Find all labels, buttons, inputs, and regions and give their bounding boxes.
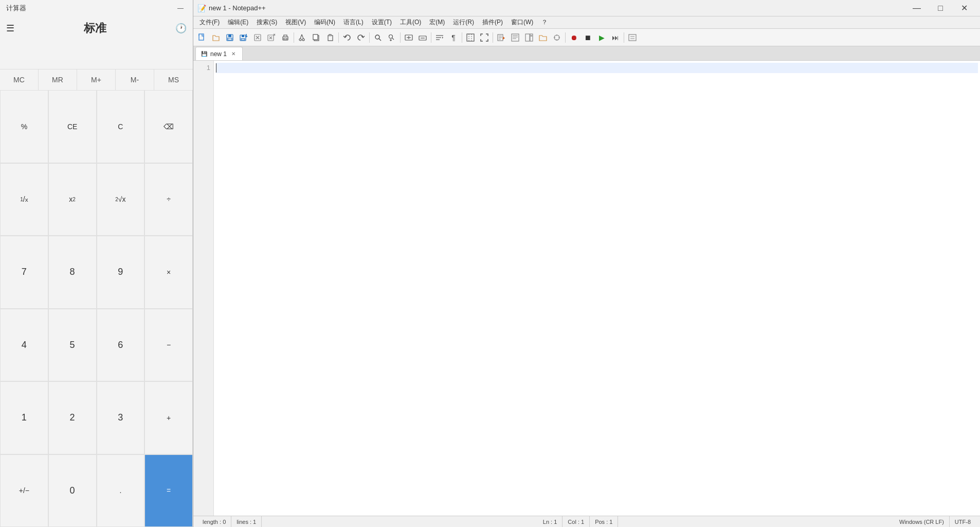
calc-sqrt-button[interactable]: 2√x	[97, 163, 145, 236]
calc-mr-button[interactable]: MR	[39, 69, 77, 90]
npp-status-pos: Pos : 1	[590, 516, 618, 527]
calc-3-button[interactable]: 3	[97, 381, 145, 454]
toolbar-folder-mark-button[interactable]	[536, 31, 550, 44]
npp-editor-content[interactable]	[214, 61, 980, 516]
svg-rect-57	[530, 35, 533, 37]
calc-mc-button[interactable]: MC	[0, 69, 39, 90]
calc-c-button[interactable]: C	[97, 90, 145, 163]
menu-help[interactable]: ？	[537, 16, 552, 28]
toolbar-zoom-out-button[interactable]	[416, 31, 429, 44]
svg-marker-50	[503, 37, 505, 40]
toolbar-save-all-button[interactable]	[237, 31, 250, 44]
calc-4-button[interactable]: 4	[0, 309, 48, 382]
calc-title: 计算器	[6, 4, 26, 13]
calc-6-button[interactable]: 6	[97, 309, 145, 382]
toolbar-save-button[interactable]	[223, 31, 237, 44]
npp-close-button[interactable]: ✕	[952, 0, 976, 16]
toolbar-find-button[interactable]	[371, 31, 385, 44]
calc-7-button[interactable]: 7	[0, 236, 48, 309]
calc-8-button[interactable]: 8	[48, 236, 97, 309]
toolbar-separator-1	[294, 32, 294, 43]
calc-reciprocal-button[interactable]: 1/x	[0, 163, 48, 236]
toolbar-wordwrap-button[interactable]	[433, 31, 446, 44]
calc-9-button[interactable]: 9	[97, 236, 145, 309]
menu-plugins[interactable]: 插件(P)	[478, 16, 507, 28]
menu-encode[interactable]: 编码(N)	[310, 16, 339, 28]
calc-mplus-button[interactable]: M+	[77, 69, 116, 90]
npp-status-encoding: UTF-8	[950, 516, 976, 527]
npp-tab-save-icon: 💾	[201, 51, 207, 57]
toolbar-cut-button[interactable]	[296, 31, 309, 44]
calc-ce-button[interactable]: CE	[48, 90, 97, 163]
toolbar-separator-2	[338, 32, 339, 43]
toolbar-stop-record-button[interactable]: ⏹	[581, 31, 594, 44]
calc-1-button[interactable]: 1	[0, 381, 48, 454]
npp-tab-close-button[interactable]: ✕	[230, 50, 237, 57]
npp-maximize-button[interactable]: □	[929, 0, 952, 16]
toolbar-separator-4	[400, 32, 401, 43]
toolbar-plugin-admin-button[interactable]	[550, 31, 564, 44]
toolbar-zoom-in-button[interactable]	[402, 31, 415, 44]
toolbar-allchars-button[interactable]: ¶	[447, 31, 460, 44]
calc-mminus-button[interactable]: M-	[116, 69, 154, 90]
calc-titlebar: 计算器 —	[0, 0, 193, 16]
npp-tabs: 💾 new 1 ✕	[193, 46, 980, 61]
toolbar-close-all-button[interactable]	[265, 31, 278, 44]
calc-menu-icon[interactable]: ☰	[6, 23, 14, 34]
toolbar-open-button[interactable]	[209, 31, 223, 44]
toolbar-run-macro-button[interactable]: ⏭	[609, 31, 622, 44]
toolbar-new-button[interactable]	[195, 31, 209, 44]
toolbar-paste-button[interactable]	[323, 31, 337, 44]
calc-ms-button[interactable]: MS	[154, 69, 193, 90]
menu-language[interactable]: 语言(L)	[339, 16, 368, 28]
toolbar-close-button[interactable]	[251, 31, 264, 44]
menu-tools[interactable]: 工具(O)	[396, 16, 425, 28]
calc-plus-button[interactable]: +	[144, 381, 193, 454]
toolbar-fullscreen-button[interactable]	[478, 31, 491, 44]
calc-negate-button[interactable]: +/−	[0, 454, 48, 528]
menu-edit[interactable]: 编辑(E)	[224, 16, 252, 28]
svg-point-29	[375, 35, 379, 39]
npp-minimize-button[interactable]: —	[905, 0, 929, 16]
menu-search[interactable]: 搜索(S)	[252, 16, 281, 28]
calc-divide-button[interactable]: ÷	[144, 163, 193, 236]
toolbar-play-macro-button[interactable]: ▶	[595, 31, 608, 44]
toolbar-function-list-button[interactable]	[509, 31, 522, 44]
calc-5-button[interactable]: 5	[48, 309, 97, 382]
calc-history-icon[interactable]: 🕐	[175, 23, 187, 34]
npp-tab-new1[interactable]: 💾 new 1 ✕	[195, 47, 243, 60]
calc-percent-button[interactable]: %	[0, 90, 48, 163]
calc-0-button[interactable]: 0	[48, 454, 97, 528]
calc-decimal-button[interactable]: .	[97, 454, 145, 528]
calc-minimize-button[interactable]: —	[174, 2, 187, 14]
toolbar-record-macro-button[interactable]: ⏺	[567, 31, 580, 44]
toolbar-indent-button[interactable]	[464, 31, 477, 44]
npp-status-col: Col : 1	[562, 516, 590, 527]
toolbar-post-button[interactable]	[495, 31, 508, 44]
calc-multiply-button[interactable]: ×	[144, 236, 193, 309]
svg-line-23	[300, 34, 302, 39]
toolbar-separator-5	[431, 32, 431, 43]
toolbar-copy-button[interactable]	[310, 31, 323, 44]
toolbar-undo-button[interactable]	[340, 31, 354, 44]
calc-equals-button[interactable]: =	[144, 454, 193, 528]
menu-macro[interactable]: 宏(M)	[425, 16, 449, 28]
toolbar-find-replace-button[interactable]	[385, 31, 398, 44]
menu-run[interactable]: 运行(R)	[449, 16, 478, 28]
toolbar-print-button[interactable]	[279, 31, 292, 44]
calc-square-button[interactable]: x2	[48, 163, 97, 236]
calc-backspace-button[interactable]: ⌫	[144, 90, 193, 163]
toolbar-redo-button[interactable]	[354, 31, 368, 44]
toolbar-doc-map-button[interactable]	[522, 31, 536, 44]
calc-display	[0, 38, 193, 69]
menu-settings[interactable]: 设置(T)	[368, 16, 396, 28]
svg-point-21	[299, 39, 301, 41]
toolbar-trim-button[interactable]	[626, 31, 639, 44]
calc-2-button[interactable]: 2	[48, 381, 97, 454]
npp-status-eol: Windows (CR LF)	[894, 516, 950, 527]
calc-minus-button[interactable]: −	[144, 309, 193, 382]
menu-window[interactable]: 窗口(W)	[507, 16, 537, 28]
npp-line-numbers: 1	[193, 61, 214, 516]
menu-file[interactable]: 文件(F)	[195, 16, 224, 28]
menu-view[interactable]: 视图(V)	[281, 16, 310, 28]
